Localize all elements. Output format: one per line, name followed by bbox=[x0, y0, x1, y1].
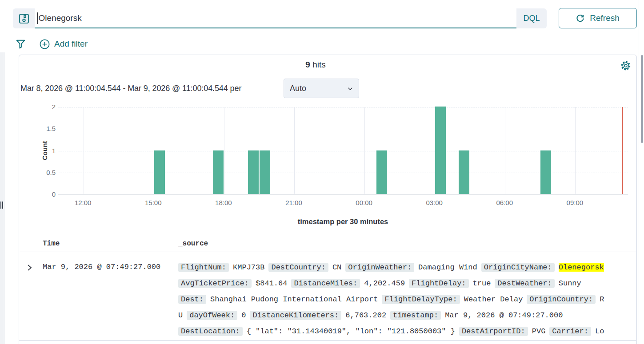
source-line: FlightNum:KMPJ73BDestCountry:CNOriginWea… bbox=[178, 259, 644, 275]
field-value: R bbox=[600, 295, 604, 304]
field-name-badge: Carrier: bbox=[549, 327, 591, 336]
chevron-right-icon bbox=[25, 264, 33, 272]
x-tick-label: 03:00 bbox=[419, 199, 450, 206]
row-divider bbox=[19, 340, 636, 341]
field-name-badge: dayOfWeek: bbox=[187, 311, 237, 320]
field-name-badge: DistanceMiles: bbox=[291, 279, 360, 288]
expand-row-button[interactable] bbox=[25, 264, 33, 272]
source-line: UdayOfWeek:0DistanceKilometers:6,763.202… bbox=[178, 307, 644, 323]
refresh-label: Refresh bbox=[590, 13, 620, 23]
interval-selected-value: Auto bbox=[290, 84, 306, 93]
field-name-badge: Dest: bbox=[178, 295, 206, 304]
field-value: KMPJ73B bbox=[233, 263, 264, 272]
y-tick-label: 1 bbox=[35, 147, 56, 154]
scrollbar-thumb[interactable] bbox=[641, 55, 643, 143]
field-value: 0 bbox=[241, 311, 246, 320]
table-header: Time _source bbox=[19, 235, 636, 252]
x-gridline bbox=[294, 107, 295, 194]
field-value: Shanghai Pudong International Airport bbox=[210, 295, 378, 304]
field-value: Damaging Wind bbox=[418, 263, 477, 272]
filter-bar: Add filter bbox=[16, 38, 88, 50]
field-value: $841.64 bbox=[256, 279, 287, 288]
y-gridline bbox=[58, 129, 628, 129]
x-gridline bbox=[505, 107, 505, 194]
x-tick-label: 21:00 bbox=[278, 199, 309, 206]
field-value: true bbox=[473, 279, 491, 288]
y-tick-label: 1.5 bbox=[35, 125, 56, 132]
field-value: PVG bbox=[532, 327, 546, 336]
column-header-source[interactable]: _source bbox=[178, 235, 208, 252]
field-name-badge: OriginCityName: bbox=[481, 263, 555, 272]
source-line: AvgTicketPrice:$841.64DistanceMiles:4,20… bbox=[178, 275, 644, 291]
field-value: Weather Delay bbox=[464, 295, 523, 304]
chevron-down-icon bbox=[347, 86, 353, 92]
histogram-bar[interactable] bbox=[435, 107, 446, 194]
field-value: 6,763.202 bbox=[345, 311, 386, 320]
hits-label: hits bbox=[312, 60, 326, 69]
query-bar: Olenegorsk DQL bbox=[13, 8, 547, 28]
histogram-bar[interactable] bbox=[540, 150, 551, 194]
field-value: Lo bbox=[595, 327, 604, 336]
search-input[interactable]: Olenegorsk bbox=[35, 8, 516, 28]
histogram-bar[interactable] bbox=[376, 150, 387, 194]
x-tick-label: 06:00 bbox=[489, 199, 520, 206]
filter-funnel-icon[interactable] bbox=[16, 39, 25, 49]
scrollbar-track[interactable] bbox=[639, 0, 644, 344]
results-panel: 9 hits Mar 8, 2026 @ 11:00:04.544 - Mar … bbox=[19, 55, 637, 344]
add-filter-label: Add filter bbox=[54, 39, 88, 49]
x-tick-label: 09:00 bbox=[559, 199, 590, 206]
x-gridline bbox=[224, 107, 224, 194]
save-query-button[interactable] bbox=[13, 8, 35, 28]
query-language-button[interactable]: DQL bbox=[516, 8, 547, 28]
highlighted-value: Olenegorsk bbox=[559, 263, 604, 272]
histogram-bar[interactable] bbox=[154, 150, 165, 194]
field-name-badge: OriginWeather: bbox=[345, 263, 414, 272]
row-time-value: Mar 9, 2026 @ 07:49:27.000 bbox=[43, 259, 160, 275]
y-gridline bbox=[58, 107, 628, 107]
field-name-badge: timestamp: bbox=[390, 311, 441, 320]
histogram-chart[interactable] bbox=[58, 107, 628, 194]
row-source-value: FlightNum:KMPJ73BDestCountry:CNOriginWea… bbox=[178, 259, 644, 339]
field-name-badge: DestLocation: bbox=[178, 327, 243, 336]
refresh-icon bbox=[576, 14, 584, 23]
refresh-button[interactable]: Refresh bbox=[559, 8, 637, 28]
histogram-bar[interactable] bbox=[260, 150, 270, 194]
x-gridline bbox=[84, 107, 84, 194]
column-header-time[interactable]: Time bbox=[43, 235, 60, 252]
histogram-bar[interactable] bbox=[213, 150, 224, 194]
x-tick-label: 18:00 bbox=[208, 199, 239, 206]
current-time-marker bbox=[622, 107, 623, 194]
field-name-badge: FlightNum: bbox=[178, 263, 229, 272]
interval-select[interactable]: Auto bbox=[284, 79, 359, 98]
add-filter-button[interactable]: Add filter bbox=[40, 39, 88, 49]
field-name-badge: DestCountry: bbox=[268, 263, 328, 272]
plus-circle-icon bbox=[40, 39, 50, 49]
x-tick-label: 00:00 bbox=[348, 199, 380, 206]
field-name-badge: AvgTicketPrice: bbox=[178, 279, 252, 288]
field-name-badge: DestWeather: bbox=[495, 279, 554, 288]
field-value: U bbox=[178, 311, 183, 320]
y-tick-label: 0 bbox=[35, 190, 56, 198]
sidebar-resize-handle[interactable] bbox=[0, 202, 4, 209]
text-cursor bbox=[37, 12, 38, 24]
field-name-badge: DestAirportID: bbox=[459, 327, 528, 336]
collapsed-sidebar bbox=[0, 52, 4, 344]
x-tick-label: 15:00 bbox=[138, 199, 169, 206]
field-value: CN bbox=[332, 263, 341, 272]
source-line: DestLocation:{ "lat": "31.14340019", "lo… bbox=[178, 323, 644, 339]
save-icon bbox=[19, 13, 29, 24]
field-name-badge: FlightDelay: bbox=[409, 279, 468, 288]
x-gridline bbox=[364, 107, 365, 194]
field-value: { "lat": "31.14340019", "lon": "121.8050… bbox=[247, 327, 455, 336]
histogram-bar[interactable] bbox=[248, 150, 259, 194]
gear-icon bbox=[621, 61, 631, 71]
y-tick-label: 0.5 bbox=[35, 169, 56, 176]
x-axis-title: timestamp per 30 minutes bbox=[58, 217, 628, 226]
field-name-badge: FlightDelayType: bbox=[382, 295, 460, 304]
y-tick-label: 2 bbox=[35, 103, 56, 111]
histogram-bar[interactable] bbox=[459, 150, 469, 194]
field-value: Mar 9, 2026 @ 07:49:27.000 bbox=[445, 311, 563, 320]
chart-options-button[interactable] bbox=[621, 61, 631, 71]
search-query-text: Olenegorsk bbox=[39, 13, 82, 23]
x-tick-label: 12:00 bbox=[68, 199, 99, 206]
